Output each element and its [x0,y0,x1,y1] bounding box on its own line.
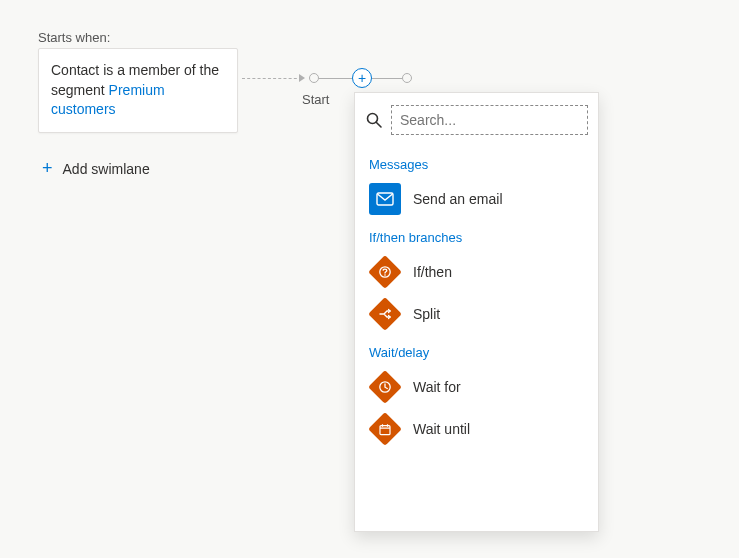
action-send-email[interactable]: Send an email [367,178,586,220]
action-wait-for[interactable]: Wait for [367,366,586,408]
search-icon [365,111,383,129]
add-step-node[interactable]: + [352,68,372,88]
action-split[interactable]: Split [367,293,586,335]
connector-dashed-line [242,78,302,79]
clock-icon [369,371,401,403]
section-wait-label: Wait/delay [369,345,586,360]
svg-point-4 [384,274,386,276]
end-node[interactable] [402,73,412,83]
calendar-icon [369,413,401,445]
section-messages-label: Messages [369,157,586,172]
start-node-label: Start [302,92,329,107]
starts-when-label: Starts when: [38,30,110,45]
start-trigger-card[interactable]: Contact is a member of the segment Premi… [38,48,238,133]
start-node[interactable] [309,73,319,83]
add-step-popup: Messages Send an email If/then branches … [354,92,599,532]
add-swimlane-button[interactable]: + Add swimlane [42,158,150,179]
connector-line [319,78,352,79]
search-input[interactable] [391,105,588,135]
action-label: If/then [413,264,452,280]
action-wait-until[interactable]: Wait until [367,408,586,450]
mail-icon [369,183,401,215]
svg-rect-6 [380,425,390,434]
action-label: Split [413,306,440,322]
action-if-then[interactable]: If/then [367,251,586,293]
action-label: Wait for [413,379,461,395]
connector-arrowhead-icon [299,74,305,82]
add-swimlane-label: Add swimlane [63,161,150,177]
svg-line-1 [376,122,381,127]
search-row [355,103,598,143]
split-icon [369,298,401,330]
connector-line [372,78,402,79]
plus-icon: + [42,158,53,179]
action-label: Wait until [413,421,470,437]
question-icon [369,256,401,288]
section-branches-label: If/then branches [369,230,586,245]
popup-body[interactable]: Messages Send an email If/then branches … [355,143,598,523]
flow-connector: + [242,74,412,94]
action-label: Send an email [413,191,503,207]
plus-icon: + [358,71,366,85]
